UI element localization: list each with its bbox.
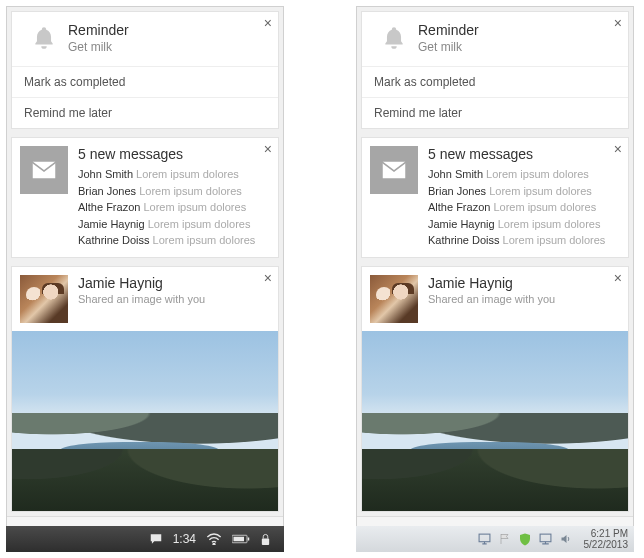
list-item: Jamie Haynig Lorem ipsum dolores bbox=[428, 216, 605, 233]
messages-card: × 5 new messages John Smith Lorem ipsum … bbox=[361, 137, 629, 258]
close-icon[interactable]: × bbox=[614, 16, 622, 30]
close-icon[interactable]: × bbox=[614, 271, 622, 285]
mark-completed-action[interactable]: Mark as completed bbox=[12, 66, 278, 97]
notification-center-left: × Reminder Get milk Mark as completed Re… bbox=[6, 6, 284, 548]
tray-volume-icon[interactable] bbox=[560, 533, 572, 545]
notification-center-right: × Reminder Get milk Mark as completed Re… bbox=[356, 6, 634, 548]
mail-icon bbox=[370, 146, 418, 194]
mark-completed-action[interactable]: Mark as completed bbox=[362, 66, 628, 97]
reminder-card: × Reminder Get milk Mark as completed Re… bbox=[361, 11, 629, 129]
share-title: Jamie Haynig bbox=[78, 275, 205, 291]
avatar bbox=[20, 275, 68, 323]
shared-image-card: × Jamie Haynig Shared an image with you bbox=[11, 266, 279, 512]
chat-icon[interactable] bbox=[149, 532, 163, 546]
tray-flag-icon[interactable] bbox=[499, 533, 511, 545]
list-item: Althe Frazon Lorem ipsum dolores bbox=[78, 199, 255, 216]
bell-icon bbox=[370, 22, 418, 54]
reminder-title: Reminder bbox=[418, 22, 479, 38]
messages-title: 5 new messages bbox=[78, 146, 255, 162]
list-item: Brian Jones Lorem ipsum dolores bbox=[428, 183, 605, 200]
shared-image bbox=[362, 331, 628, 511]
close-icon[interactable]: × bbox=[264, 271, 272, 285]
list-item: Kathrine Doiss Lorem ipsum dolores bbox=[78, 232, 255, 249]
svg-point-2 bbox=[213, 543, 215, 545]
list-item: Brian Jones Lorem ipsum dolores bbox=[78, 183, 255, 200]
list-item: Kathrine Doiss Lorem ipsum dolores bbox=[428, 232, 605, 249]
share-subtitle: Shared an image with you bbox=[428, 293, 555, 305]
close-icon[interactable]: × bbox=[264, 142, 272, 156]
list-item: Jamie Haynig Lorem ipsum dolores bbox=[78, 216, 255, 233]
messages-title: 5 new messages bbox=[428, 146, 605, 162]
reminder-body: Get milk bbox=[68, 40, 129, 54]
mac-menubar: 1:34 bbox=[6, 526, 284, 552]
svg-rect-8 bbox=[540, 534, 551, 542]
shared-image bbox=[12, 331, 278, 511]
share-subtitle: Shared an image with you bbox=[78, 293, 205, 305]
svg-rect-5 bbox=[248, 538, 250, 541]
battery-icon[interactable] bbox=[232, 534, 250, 544]
messages-card: × 5 new messages John Smith Lorem ipsum … bbox=[11, 137, 279, 258]
tray-network-icon[interactable] bbox=[539, 533, 552, 545]
tray-monitor-icon[interactable] bbox=[478, 533, 491, 545]
messages-list: John Smith Lorem ipsum dolores Brian Jon… bbox=[428, 166, 605, 249]
reminder-body: Get milk bbox=[418, 40, 479, 54]
reminder-title: Reminder bbox=[68, 22, 129, 38]
svg-rect-6 bbox=[262, 538, 269, 544]
windows-taskbar: 6:21 PM 5/22/2013 bbox=[356, 526, 634, 552]
mail-icon bbox=[20, 146, 68, 194]
lock-icon[interactable] bbox=[260, 533, 271, 546]
messages-list: John Smith Lorem ipsum dolores Brian Jon… bbox=[78, 166, 255, 249]
shared-image-card: × Jamie Haynig Shared an image with you bbox=[361, 266, 629, 512]
clock-time: 1:34 bbox=[173, 532, 196, 546]
list-item: Althe Frazon Lorem ipsum dolores bbox=[428, 199, 605, 216]
tray-shield-icon[interactable] bbox=[519, 533, 531, 546]
share-title: Jamie Haynig bbox=[428, 275, 555, 291]
list-item: John Smith Lorem ipsum dolores bbox=[78, 166, 255, 183]
remind-later-action[interactable]: Remind me later bbox=[362, 97, 628, 128]
remind-later-action[interactable]: Remind me later bbox=[12, 97, 278, 128]
bell-icon bbox=[20, 22, 68, 54]
wifi-icon[interactable] bbox=[206, 533, 222, 545]
svg-rect-7 bbox=[479, 534, 490, 542]
list-item: John Smith Lorem ipsum dolores bbox=[428, 166, 605, 183]
svg-rect-4 bbox=[234, 537, 245, 542]
avatar bbox=[370, 275, 418, 323]
close-icon[interactable]: × bbox=[264, 16, 272, 30]
reminder-card: × Reminder Get milk Mark as completed Re… bbox=[11, 11, 279, 129]
taskbar-clock[interactable]: 6:21 PM 5/22/2013 bbox=[584, 528, 629, 550]
close-icon[interactable]: × bbox=[614, 142, 622, 156]
